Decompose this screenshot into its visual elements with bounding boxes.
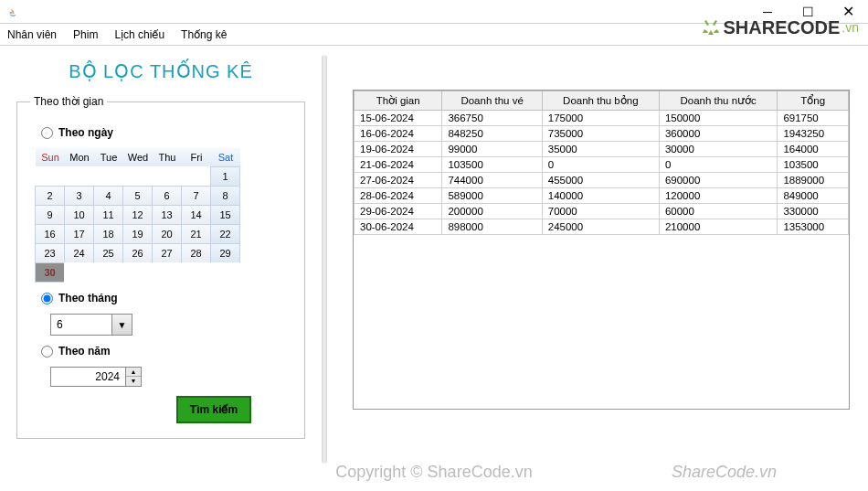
radio-by-month-input[interactable] <box>41 293 53 304</box>
table-cell: 691750 <box>778 111 849 126</box>
calendar-day[interactable]: 6 <box>152 186 182 206</box>
calendar-day <box>152 166 182 187</box>
radio-by-day-input[interactable] <box>41 127 53 139</box>
calendar-day[interactable]: 4 <box>93 186 123 206</box>
radio-by-day[interactable]: Theo ngày <box>41 126 291 139</box>
table-cell: 366750 <box>442 111 542 126</box>
calendar-day[interactable]: 30 <box>35 262 65 283</box>
calendar-day[interactable]: 17 <box>64 224 94 244</box>
table-row[interactable]: 19-06-2024990003500030000164000 <box>355 142 849 157</box>
table-cell: 70000 <box>542 204 659 219</box>
calendar-day[interactable]: 20 <box>152 224 182 244</box>
spinner-up-icon[interactable]: ▲ <box>126 368 141 377</box>
calendar-day[interactable]: 29 <box>210 243 240 263</box>
table-cell: 140000 <box>542 188 659 204</box>
table-cell: 19-06-2024 <box>355 142 442 157</box>
calendar-day[interactable]: 19 <box>122 224 153 244</box>
calendar-day[interactable]: 14 <box>181 205 211 225</box>
table-cell: 1943250 <box>778 126 849 142</box>
table-cell: 245000 <box>542 219 659 235</box>
menu-item[interactable]: Nhân viên <box>7 28 57 41</box>
calendar-day <box>122 166 153 187</box>
menu-item[interactable]: Thống kê <box>181 28 227 41</box>
calendar-day[interactable]: 12 <box>122 205 153 225</box>
calendar-header: Sun <box>36 148 65 167</box>
calendar-day[interactable]: 15 <box>210 205 240 225</box>
menu-item[interactable]: Lịch chiếu <box>114 28 164 41</box>
table-cell: 21-06-2024 <box>355 157 442 173</box>
calendar-day[interactable]: 24 <box>64 243 94 263</box>
table-row[interactable]: 15-06-2024366750175000150000691750 <box>355 111 849 126</box>
calendar-day[interactable]: 16 <box>35 224 65 244</box>
calendar-header: Sat <box>211 148 240 167</box>
sharecode-logo: SHARECODE.vn <box>700 16 859 38</box>
table-row[interactable]: 27-06-20247440004550006900001889000 <box>355 173 849 188</box>
table-header[interactable]: Thời gian <box>355 91 442 111</box>
radio-by-year[interactable]: Theo năm <box>41 345 291 358</box>
calendar[interactable]: SunMonTueWedThuFriSat1234567891011121314… <box>36 148 240 283</box>
year-spinner-value: 2024 <box>51 370 125 383</box>
calendar-day <box>93 166 123 187</box>
calendar-day[interactable]: 21 <box>181 224 211 244</box>
table-cell: 29-06-2024 <box>355 204 442 219</box>
table-row[interactable]: 16-06-20248482507350003600001943250 <box>355 126 849 142</box>
search-button[interactable]: Tìm kiếm <box>176 396 251 423</box>
table-cell: 15-06-2024 <box>355 111 442 126</box>
table-cell: 103500 <box>442 157 542 173</box>
calendar-day <box>210 262 240 283</box>
table-header[interactable]: Doanh thu vé <box>442 91 542 111</box>
calendar-day[interactable]: 1 <box>210 166 240 187</box>
month-combo-value: 6 <box>51 318 111 331</box>
logo-tld: .vn <box>842 20 859 35</box>
table-cell: 0 <box>542 157 659 173</box>
month-combo[interactable]: 6 ▼ <box>50 314 132 336</box>
radio-by-month[interactable]: Theo tháng <box>41 292 291 304</box>
table-row[interactable]: 21-06-202410350000103500 <box>355 157 849 173</box>
calendar-day[interactable]: 9 <box>35 205 65 225</box>
calendar-day[interactable]: 18 <box>93 224 123 244</box>
table-cell: 0 <box>659 157 777 173</box>
calendar-day <box>122 262 153 283</box>
calendar-day[interactable]: 23 <box>35 243 65 263</box>
calendar-day[interactable]: 10 <box>64 205 94 225</box>
watermark-site: ShareCode.vn <box>672 463 777 482</box>
spinner-down-icon[interactable]: ▼ <box>126 377 141 386</box>
menu-item[interactable]: Phim <box>73 28 98 41</box>
results-table: Thời gianDoanh thu véDoanh thu bỏngDoanh… <box>354 91 849 235</box>
calendar-day[interactable]: 5 <box>122 186 153 206</box>
calendar-day[interactable]: 13 <box>152 205 182 225</box>
calendar-day[interactable]: 7 <box>181 186 211 206</box>
table-cell: 744000 <box>442 173 542 188</box>
radio-by-year-input[interactable] <box>41 346 53 358</box>
table-cell: 28-06-2024 <box>355 188 442 204</box>
calendar-day <box>181 166 211 187</box>
year-spinner[interactable]: 2024 ▲ ▼ <box>50 367 142 387</box>
table-cell: 898000 <box>442 219 542 235</box>
calendar-day[interactable]: 2 <box>35 186 65 206</box>
calendar-day[interactable]: 3 <box>64 186 94 206</box>
table-row[interactable]: 30-06-20248980002450002100001353000 <box>355 219 849 235</box>
filter-panel: BỘ LỌC THỐNG KÊ Theo thời gian Theo ngày… <box>0 46 322 491</box>
calendar-day <box>93 262 123 283</box>
java-icon <box>5 5 20 19</box>
table-header[interactable]: Doanh thu nước <box>659 91 777 111</box>
table-row[interactable]: 29-06-20242000007000060000330000 <box>355 204 849 219</box>
calendar-day[interactable]: 27 <box>152 243 182 263</box>
table-cell: 735000 <box>542 126 659 142</box>
calendar-day[interactable]: 8 <box>210 186 240 206</box>
chevron-down-icon[interactable]: ▼ <box>111 315 132 335</box>
table-header[interactable]: Tổng <box>778 91 849 111</box>
calendar-day[interactable]: 11 <box>93 205 123 225</box>
table-cell: 200000 <box>442 204 542 219</box>
table-header[interactable]: Doanh thu bỏng <box>542 91 659 111</box>
watermark-copyright: Copyright © ShareCode.vn <box>335 463 532 482</box>
table-row[interactable]: 28-06-2024589000140000120000849000 <box>355 188 849 204</box>
table-cell: 103500 <box>778 157 849 173</box>
calendar-day[interactable]: 28 <box>181 243 211 263</box>
radio-by-day-label: Theo ngày <box>58 126 113 139</box>
table-cell: 164000 <box>778 142 849 157</box>
calendar-day[interactable]: 22 <box>210 224 240 244</box>
calendar-day[interactable]: 26 <box>122 243 153 263</box>
calendar-day[interactable]: 25 <box>93 243 123 263</box>
table-cell: 849000 <box>778 188 849 204</box>
